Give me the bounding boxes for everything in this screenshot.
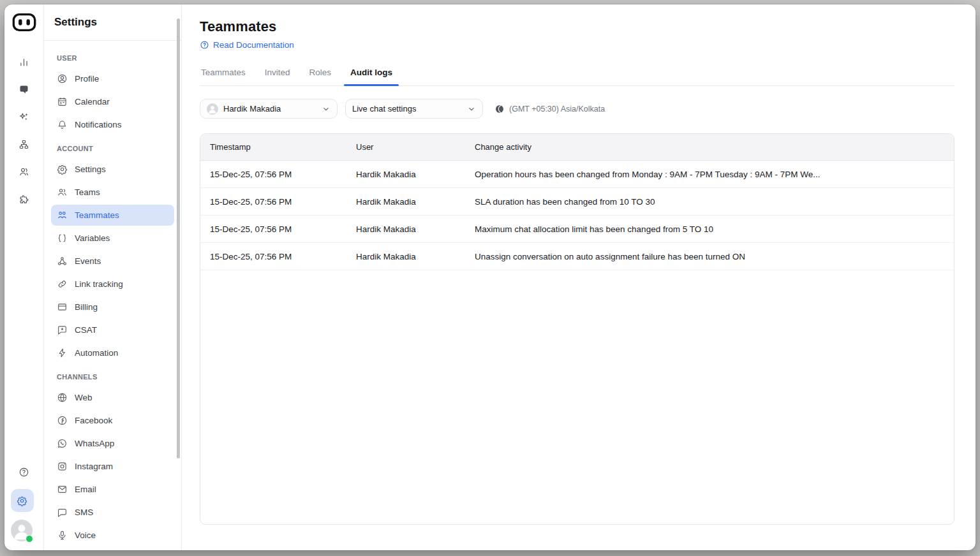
sidebar-item-label: Automation bbox=[75, 348, 118, 358]
sidebar-item-automation[interactable]: Automation bbox=[51, 342, 174, 363]
sidebar-item-events[interactable]: Events bbox=[51, 251, 174, 272]
table-header-row: TimestampUserChange activity bbox=[200, 134, 954, 161]
braces-icon bbox=[57, 233, 68, 244]
sidebar-item-label: Link tracking bbox=[75, 279, 123, 289]
column-header-timestamp: Timestamp bbox=[200, 142, 356, 152]
section-label-channels: CHANNELS bbox=[51, 373, 174, 381]
csat-icon bbox=[57, 325, 68, 335]
sidebar-item-instagram[interactable]: Instagram bbox=[51, 456, 174, 477]
sidebar-item-label: Facebook bbox=[75, 416, 112, 425]
integrations-icon bbox=[19, 194, 29, 205]
rail-settings-button[interactable] bbox=[11, 489, 34, 512]
table-row: 15-Dec-25, 07:56 PMHardik MakadiaUnassig… bbox=[200, 243, 954, 270]
flows-icon bbox=[19, 139, 29, 150]
sidebar-item-label: Teams bbox=[75, 187, 100, 197]
sidebar-item-teammates[interactable]: Teammates bbox=[51, 205, 174, 226]
filter-bar: Hardik Makadia Live chat settings bbox=[200, 99, 954, 119]
table-row: 15-Dec-25, 07:56 PMHardik MakadiaMaximum… bbox=[200, 216, 954, 243]
sidebar-item-label: Variables bbox=[75, 233, 110, 243]
sidebar-scrollbar[interactable] bbox=[177, 18, 180, 458]
user-filter-value: Hardik Makadia bbox=[223, 104, 316, 113]
table-row: 15-Dec-25, 07:56 PMHardik MakadiaSLA dur… bbox=[200, 188, 954, 216]
sidebar-nav: USERProfileCalendarNotificationsACCOUNTS… bbox=[44, 41, 181, 546]
sidebar-item-email[interactable]: Email bbox=[51, 479, 174, 500]
app-logo-robot-icon[interactable] bbox=[12, 13, 36, 34]
read-documentation-link[interactable]: Read Documentation bbox=[200, 40, 294, 50]
cell-change-activity: Unassign conversation on auto assignment… bbox=[475, 252, 954, 261]
help-icon bbox=[19, 467, 29, 478]
tab-audit-logs[interactable]: Audit logs bbox=[349, 68, 394, 85]
tab-teammates[interactable]: Teammates bbox=[200, 68, 247, 85]
tab-bar: TeammatesInvitedRolesAudit logs bbox=[200, 68, 954, 86]
app-window: Settings USERProfileCalendarNotification… bbox=[4, 4, 976, 550]
sidebar-item-csat[interactable]: CSAT bbox=[51, 319, 174, 340]
rail-flows-button[interactable] bbox=[11, 131, 38, 158]
sidebar-item-variables[interactable]: Variables bbox=[51, 228, 174, 249]
cell-timestamp: 15-Dec-25, 07:56 PM bbox=[200, 197, 356, 207]
events-icon bbox=[57, 256, 68, 267]
rail-contacts-button[interactable] bbox=[11, 158, 38, 186]
sidebar-item-billing[interactable]: Billing bbox=[51, 296, 174, 318]
rail-integrations-button[interactable] bbox=[11, 186, 38, 213]
rail-conversations-button[interactable] bbox=[11, 76, 38, 103]
column-header-change-activity: Change activity bbox=[475, 142, 954, 152]
link-icon bbox=[57, 279, 68, 289]
sidebar-item-calendar[interactable]: Calendar bbox=[51, 91, 174, 112]
settings-icon bbox=[17, 495, 27, 506]
calendar-icon bbox=[57, 96, 68, 107]
bell-icon bbox=[57, 119, 68, 130]
online-status-dot bbox=[26, 535, 33, 543]
sidebar-item-label: Teammates bbox=[75, 210, 119, 220]
settings-sidebar: Settings USERProfileCalendarNotification… bbox=[44, 4, 182, 550]
profile-icon bbox=[57, 73, 68, 84]
sidebar-item-facebook[interactable]: Facebook bbox=[51, 410, 174, 431]
cell-user: Hardik Makadia bbox=[356, 252, 475, 261]
tab-roles[interactable]: Roles bbox=[308, 68, 333, 85]
mic-icon bbox=[57, 530, 68, 541]
sidebar-item-sms[interactable]: SMS bbox=[51, 502, 174, 523]
sidebar-item-whatsapp[interactable]: WhatsApp bbox=[51, 433, 174, 454]
contacts-icon bbox=[19, 166, 29, 177]
bolt-icon bbox=[57, 348, 68, 358]
sidebar-item-notifications[interactable]: Notifications bbox=[51, 114, 174, 135]
settings-category-select[interactable]: Live chat settings bbox=[345, 99, 483, 119]
help-circle-icon bbox=[200, 40, 209, 50]
section-label-user: USER bbox=[51, 54, 174, 62]
sidebar-item-link-tracking[interactable]: Link tracking bbox=[51, 274, 174, 295]
sidebar-item-label: Notifications bbox=[75, 120, 122, 129]
sms-icon bbox=[57, 507, 68, 518]
user-filter-select[interactable]: Hardik Makadia bbox=[200, 99, 338, 119]
section-label-account: ACCOUNT bbox=[51, 145, 174, 152]
table-row: 15-Dec-25, 07:56 PMHardik MakadiaOperati… bbox=[200, 161, 954, 188]
sidebar-item-label: WhatsApp bbox=[75, 439, 114, 448]
cell-timestamp: 15-Dec-25, 07:56 PM bbox=[200, 170, 356, 179]
chevron-down-icon bbox=[322, 105, 330, 113]
sidebar-item-teams[interactable]: Teams bbox=[51, 182, 174, 203]
sidebar-item-label: Settings bbox=[75, 165, 106, 174]
cell-timestamp: 15-Dec-25, 07:56 PM bbox=[200, 224, 356, 234]
cell-change-activity: SLA duration has been changed from 10 TO… bbox=[475, 197, 954, 207]
user-avatar[interactable] bbox=[11, 520, 33, 541]
audit-log-table: TimestampUserChange activity 15-Dec-25, … bbox=[200, 133, 954, 525]
sidebar-item-label: Voice bbox=[75, 530, 96, 540]
table-body: 15-Dec-25, 07:56 PMHardik MakadiaOperati… bbox=[200, 161, 954, 270]
rail-nav bbox=[11, 48, 38, 213]
rail-analytics-button[interactable] bbox=[11, 48, 38, 76]
sidebar-item-label: Profile bbox=[75, 74, 99, 84]
page-title: Teammates bbox=[200, 18, 954, 35]
sidebar-item-settings[interactable]: Settings bbox=[51, 159, 174, 180]
sidebar-item-web[interactable]: Web bbox=[51, 387, 174, 408]
sidebar-item-voice[interactable]: Voice bbox=[51, 525, 174, 546]
sidebar-item-label: CSAT bbox=[75, 325, 97, 335]
rail-ai-sparkles-button[interactable] bbox=[11, 103, 38, 131]
rail-help-button[interactable] bbox=[11, 458, 38, 486]
cell-change-activity: Operation hours has been changed from Mo… bbox=[475, 170, 954, 179]
tab-invited[interactable]: Invited bbox=[264, 68, 292, 85]
settings-category-value: Live chat settings bbox=[352, 104, 462, 113]
sidebar-item-profile[interactable]: Profile bbox=[51, 68, 174, 89]
sidebar-item-label: Events bbox=[75, 256, 101, 266]
sidebar-item-label: Web bbox=[75, 393, 93, 402]
teammates-icon bbox=[57, 210, 68, 221]
chevron-down-icon bbox=[467, 105, 476, 113]
column-header-user: User bbox=[356, 142, 475, 152]
